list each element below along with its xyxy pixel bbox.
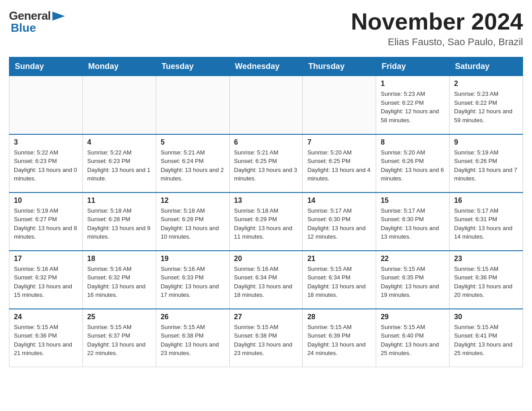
day-info: Sunrise: 5:19 AM Sunset: 6:26 PM Dayligh… (454, 148, 518, 183)
calendar-day-cell: 26Sunrise: 5:15 AM Sunset: 6:38 PM Dayli… (156, 309, 229, 367)
calendar-day-cell (303, 76, 376, 134)
weekday-header-thursday: Thursday (303, 57, 376, 76)
calendar-day-cell: 29Sunrise: 5:15 AM Sunset: 6:40 PM Dayli… (376, 309, 450, 367)
logo-flag-icon (52, 12, 65, 21)
calendar-day-cell: 30Sunrise: 5:15 AM Sunset: 6:41 PM Dayli… (450, 309, 523, 367)
calendar-day-cell: 22Sunrise: 5:15 AM Sunset: 6:35 PM Dayli… (376, 251, 450, 309)
calendar-day-cell: 19Sunrise: 5:16 AM Sunset: 6:33 PM Dayli… (156, 251, 229, 309)
day-info: Sunrise: 5:16 AM Sunset: 6:32 PM Dayligh… (87, 265, 151, 300)
calendar-day-cell: 24Sunrise: 5:15 AM Sunset: 6:36 PM Dayli… (9, 309, 83, 367)
day-info: Sunrise: 5:23 AM Sunset: 6:22 PM Dayligh… (454, 90, 518, 124)
calendar-week-row: 24Sunrise: 5:15 AM Sunset: 6:36 PM Dayli… (9, 309, 523, 367)
day-info: Sunrise: 5:15 AM Sunset: 6:35 PM Dayligh… (381, 265, 445, 300)
calendar-week-row: 1Sunrise: 5:23 AM Sunset: 6:22 PM Daylig… (9, 76, 523, 134)
day-info: Sunrise: 5:15 AM Sunset: 6:38 PM Dayligh… (234, 323, 298, 358)
weekday-header-tuesday: Tuesday (156, 57, 229, 76)
day-number: 17 (14, 255, 78, 263)
day-number: 11 (87, 197, 151, 205)
day-info: Sunrise: 5:17 AM Sunset: 6:30 PM Dayligh… (381, 206, 445, 241)
calendar-day-cell: 6Sunrise: 5:21 AM Sunset: 6:25 PM Daylig… (229, 134, 303, 193)
calendar-day-cell: 20Sunrise: 5:16 AM Sunset: 6:34 PM Dayli… (229, 251, 303, 309)
calendar-day-cell: 12Sunrise: 5:18 AM Sunset: 6:28 PM Dayli… (156, 193, 229, 251)
day-number: 3 (14, 138, 78, 146)
logo-blue-text: Blue (9, 21, 36, 35)
day-info: Sunrise: 5:20 AM Sunset: 6:25 PM Dayligh… (307, 148, 371, 183)
day-number: 2 (454, 80, 518, 88)
calendar-day-cell: 25Sunrise: 5:15 AM Sunset: 6:37 PM Dayli… (82, 309, 156, 367)
calendar-day-cell: 4Sunrise: 5:22 AM Sunset: 6:23 PM Daylig… (82, 134, 156, 193)
day-number: 6 (234, 138, 298, 146)
day-info: Sunrise: 5:18 AM Sunset: 6:28 PM Dayligh… (161, 206, 225, 241)
weekday-header-sunday: Sunday (9, 57, 83, 76)
calendar-day-cell: 17Sunrise: 5:16 AM Sunset: 6:32 PM Dayli… (9, 251, 83, 309)
day-info: Sunrise: 5:16 AM Sunset: 6:32 PM Dayligh… (14, 265, 78, 300)
weekday-header-row: SundayMondayTuesdayWednesdayThursdayFrid… (9, 57, 523, 76)
weekday-header-saturday: Saturday (450, 57, 523, 76)
day-info: Sunrise: 5:17 AM Sunset: 6:30 PM Dayligh… (307, 206, 371, 241)
calendar-day-cell: 7Sunrise: 5:20 AM Sunset: 6:25 PM Daylig… (303, 134, 376, 193)
calendar-day-cell: 10Sunrise: 5:19 AM Sunset: 6:27 PM Dayli… (9, 193, 83, 251)
page-header: General Blue November 2024 Elias Fausto,… (9, 9, 523, 48)
day-number: 14 (307, 197, 371, 205)
day-info: Sunrise: 5:21 AM Sunset: 6:25 PM Dayligh… (234, 148, 298, 183)
day-number: 15 (381, 197, 445, 205)
day-info: Sunrise: 5:15 AM Sunset: 6:39 PM Dayligh… (307, 323, 371, 358)
weekday-header-monday: Monday (82, 57, 156, 76)
calendar-title: November 2024 (351, 9, 523, 34)
day-number: 12 (161, 197, 225, 205)
day-info: Sunrise: 5:18 AM Sunset: 6:29 PM Dayligh… (234, 206, 298, 241)
day-number: 9 (454, 138, 518, 146)
calendar-day-cell: 15Sunrise: 5:17 AM Sunset: 6:30 PM Dayli… (376, 193, 450, 251)
calendar-day-cell: 28Sunrise: 5:15 AM Sunset: 6:39 PM Dayli… (303, 309, 376, 367)
day-info: Sunrise: 5:18 AM Sunset: 6:28 PM Dayligh… (87, 206, 151, 241)
day-number: 25 (87, 313, 151, 321)
calendar-day-cell (9, 76, 83, 134)
calendar-day-cell: 27Sunrise: 5:15 AM Sunset: 6:38 PM Dayli… (229, 309, 303, 367)
day-info: Sunrise: 5:19 AM Sunset: 6:27 PM Dayligh… (14, 206, 78, 241)
calendar-table: SundayMondayTuesdayWednesdayThursdayFrid… (9, 57, 523, 367)
day-info: Sunrise: 5:15 AM Sunset: 6:41 PM Dayligh… (454, 323, 518, 358)
day-number: 24 (14, 313, 78, 321)
day-number: 16 (454, 197, 518, 205)
day-number: 21 (307, 255, 371, 263)
day-number: 8 (381, 138, 445, 146)
calendar-day-cell (156, 76, 229, 134)
day-number: 28 (307, 313, 371, 321)
day-info: Sunrise: 5:16 AM Sunset: 6:34 PM Dayligh… (234, 265, 298, 300)
calendar-day-cell: 2Sunrise: 5:23 AM Sunset: 6:22 PM Daylig… (450, 76, 523, 134)
logo: General Blue (9, 9, 65, 35)
day-info: Sunrise: 5:16 AM Sunset: 6:33 PM Dayligh… (161, 265, 225, 300)
day-number: 19 (161, 255, 225, 263)
day-info: Sunrise: 5:15 AM Sunset: 6:40 PM Dayligh… (381, 323, 445, 358)
day-info: Sunrise: 5:22 AM Sunset: 6:23 PM Dayligh… (87, 148, 151, 183)
day-number: 23 (454, 255, 518, 263)
day-number: 1 (381, 80, 445, 88)
day-info: Sunrise: 5:15 AM Sunset: 6:36 PM Dayligh… (14, 323, 78, 358)
day-number: 27 (234, 313, 298, 321)
day-number: 5 (161, 138, 225, 146)
day-number: 4 (87, 138, 151, 146)
calendar-day-cell: 21Sunrise: 5:15 AM Sunset: 6:34 PM Dayli… (303, 251, 376, 309)
calendar-day-cell: 18Sunrise: 5:16 AM Sunset: 6:32 PM Dayli… (82, 251, 156, 309)
calendar-day-cell (82, 76, 156, 134)
calendar-day-cell: 1Sunrise: 5:23 AM Sunset: 6:22 PM Daylig… (376, 76, 450, 134)
day-info: Sunrise: 5:21 AM Sunset: 6:24 PM Dayligh… (161, 148, 225, 183)
day-number: 7 (307, 138, 371, 146)
calendar-week-row: 10Sunrise: 5:19 AM Sunset: 6:27 PM Dayli… (9, 193, 523, 251)
calendar-day-cell: 8Sunrise: 5:20 AM Sunset: 6:26 PM Daylig… (376, 134, 450, 193)
title-area: November 2024 Elias Fausto, Sao Paulo, B… (351, 9, 523, 48)
calendar-day-cell: 11Sunrise: 5:18 AM Sunset: 6:28 PM Dayli… (82, 193, 156, 251)
day-info: Sunrise: 5:15 AM Sunset: 6:37 PM Dayligh… (87, 323, 151, 358)
svg-marker-0 (52, 12, 65, 21)
day-info: Sunrise: 5:15 AM Sunset: 6:34 PM Dayligh… (307, 265, 371, 300)
day-number: 20 (234, 255, 298, 263)
calendar-week-row: 17Sunrise: 5:16 AM Sunset: 6:32 PM Dayli… (9, 251, 523, 309)
calendar-day-cell: 16Sunrise: 5:17 AM Sunset: 6:31 PM Dayli… (450, 193, 523, 251)
day-info: Sunrise: 5:15 AM Sunset: 6:36 PM Dayligh… (454, 265, 518, 300)
calendar-day-cell: 23Sunrise: 5:15 AM Sunset: 6:36 PM Dayli… (450, 251, 523, 309)
calendar-day-cell: 13Sunrise: 5:18 AM Sunset: 6:29 PM Dayli… (229, 193, 303, 251)
calendar-day-cell: 9Sunrise: 5:19 AM Sunset: 6:26 PM Daylig… (450, 134, 523, 193)
day-number: 22 (381, 255, 445, 263)
calendar-week-row: 3Sunrise: 5:22 AM Sunset: 6:23 PM Daylig… (9, 134, 523, 193)
day-number: 10 (14, 197, 78, 205)
